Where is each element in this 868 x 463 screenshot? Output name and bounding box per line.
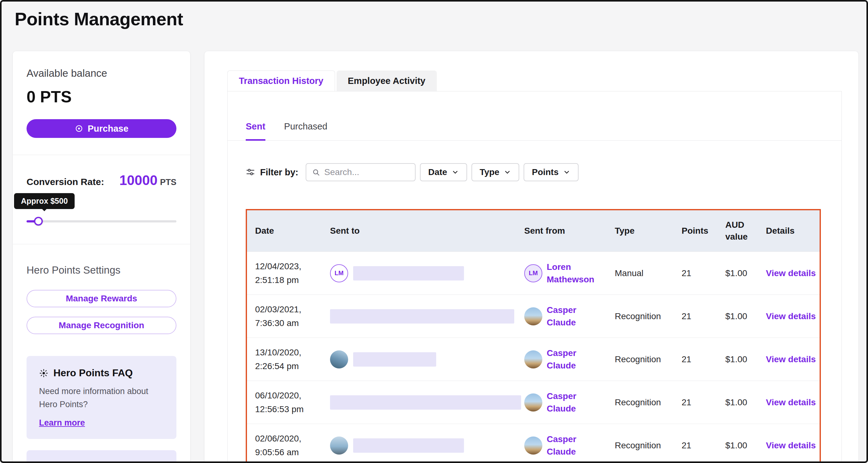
slider-tooltip: Approx $500 [14, 193, 74, 209]
search-input[interactable] [320, 167, 415, 177]
date-filter-dropdown[interactable]: Date [420, 163, 467, 181]
redacted-name-bar [353, 438, 464, 453]
date-line-2: 2:26:54 pm [255, 359, 318, 373]
main-content-card: Transaction History Employee Activity Se… [204, 51, 859, 463]
faq-body: Need more information about Hero Points? [39, 385, 164, 411]
type-filter-dropdown[interactable]: Type [471, 163, 519, 181]
sent-to-cell [322, 436, 516, 455]
sent-from-name: Loren Mathewson [547, 261, 603, 285]
details-cell: View details [758, 440, 819, 451]
sent-from-avatar: LM [524, 264, 542, 283]
sent-to-avatar [330, 351, 348, 368]
date-line-2: 9:05:56 am [255, 445, 318, 459]
table-row: 02/03/2021, 7:36:30 am Casper Claude Rec… [247, 295, 819, 338]
date-cell: 13/10/2020, 2:26:54 pm [247, 346, 322, 373]
type-cell: Manual [607, 268, 674, 278]
column-header-date: Date [247, 225, 322, 237]
date-cell: 02/06/2020, 9:05:56 am [247, 432, 322, 459]
points-cell: 21 [674, 311, 717, 321]
sent-to-cell [322, 351, 516, 368]
view-details-link[interactable]: View details [766, 397, 816, 407]
slider-track[interactable] [27, 220, 177, 223]
date-line-1: 13/10/2020, [255, 346, 318, 359]
sent-to-avatar: LM [330, 264, 348, 283]
points-cell: 21 [674, 355, 717, 364]
fbt-card: FBT Technical Summary [27, 450, 177, 463]
sent-to-cell [322, 309, 516, 324]
transactions-table: Date Sent to Sent from Type Points AUD v… [246, 209, 821, 463]
points-cell: 21 [674, 268, 717, 278]
points-cell: 21 [674, 440, 717, 451]
date-line-1: 06/10/2020, [255, 389, 318, 402]
details-cell: View details [758, 268, 819, 278]
details-cell: View details [758, 355, 819, 364]
details-cell: View details [758, 311, 819, 321]
sent-from-avatar [524, 351, 542, 368]
column-header-points: Points [674, 225, 717, 237]
type-cell: Recognition [607, 397, 674, 407]
chevron-down-icon [504, 168, 511, 176]
redacted-name-bar [330, 395, 521, 410]
manage-rewards-button[interactable]: Manage Rewards [27, 290, 177, 307]
sent-to-cell [322, 395, 516, 410]
aud-value-cell: $1.00 [717, 311, 758, 321]
tab-employee-activity[interactable]: Employee Activity [337, 70, 437, 91]
sent-from-cell: Casper Claude [516, 304, 607, 328]
sent-from-name: Casper Claude [547, 347, 603, 371]
view-details-link[interactable]: View details [766, 440, 816, 450]
table-body: 12/04/2023, 2:51:18 pm LM LM Loren Mathe… [247, 252, 819, 463]
purchase-button-label: Purchase [88, 124, 129, 134]
subtab-purchased[interactable]: Purchased [284, 121, 328, 140]
balance-label: Available balance [27, 67, 177, 79]
column-header-aud-value: AUD value [717, 219, 758, 243]
main-tabs: Transaction History Employee Activity [227, 70, 842, 91]
column-header-details: Details [758, 225, 819, 237]
table-header: Date Sent to Sent from Type Points AUD v… [247, 210, 819, 252]
column-header-sent-to: Sent to [322, 225, 516, 237]
purchase-button[interactable]: Purchase [27, 119, 177, 138]
search-box [306, 163, 415, 181]
manage-recognition-button[interactable]: Manage Recognition [27, 317, 177, 334]
redacted-name-bar [330, 309, 514, 324]
table-row: 02/06/2020, 9:05:56 am Casper Claude Rec… [247, 424, 819, 463]
filter-row: Filter by: Date Type [246, 163, 821, 181]
table-row: 06/10/2020, 12:56:53 pm Casper Claude Re… [247, 381, 819, 424]
view-details-link[interactable]: View details [766, 311, 816, 321]
conversion-rate-value: 10000 [119, 172, 157, 188]
view-details-link[interactable]: View details [766, 268, 816, 278]
date-line-2: 7:36:30 am [255, 317, 318, 330]
subtabs: Sent Purchased [228, 91, 841, 141]
points-cell: 21 [674, 397, 717, 407]
points-filter-dropdown[interactable]: Points [524, 163, 579, 181]
sent-to-cell: LM [322, 264, 516, 283]
aud-value-cell: $1.00 [717, 355, 758, 364]
fbt-title: FBT Technical Summary [39, 461, 164, 463]
redacted-name-bar [353, 352, 436, 367]
conversion-section: Conversion Rate: 10000PTS Approx $500 [13, 155, 190, 244]
sent-from-avatar [524, 393, 542, 411]
slider-handle[interactable] [34, 217, 43, 226]
view-details-link[interactable]: View details [766, 355, 816, 364]
subtab-sent[interactable]: Sent [246, 121, 266, 141]
type-cell: Recognition [607, 440, 674, 451]
date-line-1: 02/03/2021, [255, 303, 318, 316]
tab-transaction-history[interactable]: Transaction History [227, 70, 335, 91]
details-cell: View details [758, 397, 819, 407]
aud-value-cell: $1.00 [717, 397, 758, 407]
settings-title: Hero Points Settings [27, 264, 177, 276]
column-header-sent-from: Sent from [516, 225, 607, 237]
table-row: 13/10/2020, 2:26:54 pm Casper Claude Rec… [247, 338, 819, 381]
settings-section: Hero Points Settings Manage Rewards Mana… [13, 244, 190, 463]
learn-more-link[interactable]: Learn more [39, 418, 85, 428]
balance-value: 0 PTS [27, 87, 177, 106]
chevron-down-icon [563, 168, 570, 176]
table-row: 12/04/2023, 2:51:18 pm LM LM Loren Mathe… [247, 252, 819, 295]
sent-from-avatar [524, 307, 542, 325]
points-coin-icon [74, 124, 83, 133]
type-cell: Recognition [607, 311, 674, 321]
sent-from-cell: Casper Claude [516, 390, 607, 414]
date-line-2: 12:56:53 pm [255, 402, 318, 416]
faq-title: Hero Points FAQ [53, 367, 133, 379]
chevron-down-icon [452, 168, 459, 176]
conversion-slider[interactable] [27, 217, 177, 226]
